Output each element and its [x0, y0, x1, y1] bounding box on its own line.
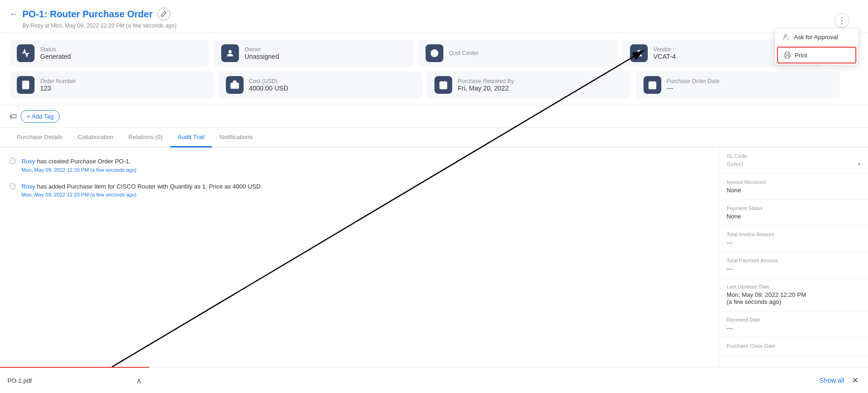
header-subtitle: By Rosy at Mon, May 09, 2022 12:20 PM (a… [22, 22, 859, 29]
more-dots-icon: ⋮ [838, 15, 847, 26]
svg-rect-7 [231, 83, 238, 89]
tab-relations[interactable]: Relations (0) [121, 128, 170, 147]
more-options-button[interactable]: ⋮ [834, 13, 849, 28]
order-number-icon [17, 76, 35, 94]
audit-user-link-1[interactable]: Rosy [21, 158, 35, 165]
order-number-value: 123 [40, 84, 76, 92]
gl-code-value: Select [727, 161, 743, 168]
payment-status-field: Payment Status None [719, 200, 868, 226]
purchase-required-card-text: Purchase Required By Fri, May 20, 2022 [458, 78, 514, 92]
order-number-card[interactable]: Order Number 123 [9, 71, 214, 98]
audit-content-2: Rosy has added Purchase Item for CISCO R… [21, 182, 709, 198]
owner-label: Owner [245, 46, 279, 53]
cost-center-card[interactable]: Cost Center [418, 40, 618, 67]
svg-rect-12 [649, 82, 656, 89]
owner-card-text: Owner Unassigned [245, 46, 279, 60]
po-date-label: Purchase Order Date [667, 78, 720, 84]
purchase-required-label: Purchase Required By [458, 78, 514, 84]
tags-row: 🏷 + Add Tag [0, 105, 868, 128]
payment-status-label: Payment Status [727, 205, 861, 211]
tab-audit-trail[interactable]: Audit Trail [170, 128, 212, 147]
status-label: Status [40, 46, 71, 53]
tag-icon: 🏷 [9, 112, 17, 121]
tab-notifications[interactable]: Notifications [212, 128, 260, 147]
po-date-card[interactable]: Purchase Order Date --- [636, 71, 840, 98]
cost-center-icon [426, 44, 443, 62]
po-date-icon [644, 76, 661, 94]
cost-center-label: Cost Center [449, 50, 479, 56]
svg-rect-4 [22, 81, 28, 89]
po-date-card-text: Purchase Order Date --- [667, 78, 720, 92]
total-payment-field: Total Payment Amount --- [719, 252, 868, 278]
po-date-value: --- [667, 84, 720, 92]
last-updated-label: Last Updated Date [727, 284, 861, 289]
vendor-card-text: Vendor VCAT-4 [653, 46, 676, 60]
print-item[interactable]: Print [777, 47, 856, 63]
invoice-received-value: None [727, 187, 861, 194]
info-cards-section: Status Generated Owner Unassigned [0, 33, 868, 105]
bottom-right-bar: Show all ✕ [149, 367, 868, 393]
print-label: Print [795, 52, 807, 59]
last-updated-field: Last Updated Date Mon, May 09, 2022 12:2… [719, 278, 868, 311]
svg-rect-17 [785, 56, 789, 58]
audit-item-1: Rosy has created Purchase Order PO-1. Mo… [9, 157, 709, 173]
total-invoice-field: Total Invoice Amount --- [719, 226, 868, 252]
tab-purchase-details[interactable]: Purchase Details [9, 128, 70, 147]
add-tag-button[interactable]: + Add Tag [21, 110, 60, 123]
audit-text-1: Rosy has created Purchase Order PO-1. [21, 157, 709, 166]
purchase-required-icon [434, 76, 452, 94]
audit-user-link-2[interactable]: Rosy [21, 183, 35, 190]
show-all-button[interactable]: Show all [819, 377, 844, 384]
header: ← PO-1: Router Purchase Order ⋮ By Rosy … [0, 0, 868, 33]
last-updated-value: Mon, May 09, 2022 12:20 PM(a few seconds… [727, 291, 861, 305]
cards-row-2: Order Number 123 Cost (USD) 4000.00 USD [9, 71, 859, 98]
ask-approval-label: Ask for Approval [794, 34, 838, 41]
cost-usd-card[interactable]: Cost (USD) 4000.00 USD [218, 71, 423, 98]
vendor-icon [630, 44, 648, 62]
audit-time-1: Mon, May 09, 2022 12:20 PM (a few second… [21, 167, 709, 173]
main-content: Rosy has created Purchase Order PO-1. Mo… [0, 147, 868, 393]
owner-card[interactable]: Owner Unassigned [214, 40, 413, 67]
svg-point-0 [229, 50, 232, 53]
status-card-text: Status Generated [40, 46, 71, 60]
total-invoice-value: --- [727, 239, 861, 246]
cost-usd-card-text: Cost (USD) 4000.00 USD [249, 78, 288, 92]
received-date-value: --- [727, 324, 861, 331]
gl-code-field: GL Code Select ▾ [719, 147, 868, 174]
invoice-received-field: Invoice Received None [719, 174, 868, 200]
cost-usd-value: 4000.00 USD [249, 84, 288, 92]
back-button[interactable]: ← [9, 9, 18, 19]
svg-rect-8 [440, 82, 447, 89]
owner-icon [221, 44, 239, 62]
total-payment-value: --- [727, 265, 861, 272]
audit-time-2: Mon, May 09, 2022 12:20 PM (a few second… [21, 192, 709, 197]
total-invoice-label: Total Invoice Amount [727, 232, 861, 237]
gl-code-select[interactable]: Select ▾ [727, 161, 861, 168]
invoice-received-label: Invoice Received [727, 179, 861, 185]
gl-code-chevron-icon: ▾ [858, 161, 861, 168]
edit-button[interactable] [157, 7, 170, 21]
vendor-value: VCAT-4 [653, 53, 676, 60]
purchase-required-card[interactable]: Purchase Required By Fri, May 20, 2022 [427, 71, 631, 98]
close-button[interactable]: ✕ [852, 375, 859, 386]
dropdown-divider [775, 45, 858, 46]
person-check-icon [783, 33, 790, 41]
tab-collaboration[interactable]: Collaboration [70, 128, 121, 147]
status-card[interactable]: Status Generated [9, 40, 209, 67]
audit-section: Rosy has created Purchase Order PO-1. Mo… [0, 147, 719, 393]
svg-point-3 [637, 50, 641, 53]
purchase-required-value: Fri, May 20, 2022 [458, 84, 514, 92]
cost-usd-label: Cost (USD) [249, 78, 288, 84]
total-payment-label: Total Payment Amount [727, 258, 861, 263]
ask-approval-item[interactable]: Ask for Approval [775, 28, 858, 45]
pdf-chevron-icon[interactable]: ∧ [136, 376, 142, 385]
cards-row-1: Status Generated Owner Unassigned [9, 40, 859, 67]
received-date-label: Received Date [727, 317, 861, 323]
audit-dot-2 [9, 183, 16, 189]
order-number-card-text: Order Number 123 [40, 78, 76, 92]
tabs-bar: Purchase Details Collaboration Relations… [0, 128, 868, 147]
svg-point-16 [784, 35, 787, 37]
vendor-label: Vendor [653, 46, 676, 53]
pdf-filename: PO-1.pdf [7, 377, 32, 384]
received-date-field: Received Date --- [719, 311, 868, 337]
